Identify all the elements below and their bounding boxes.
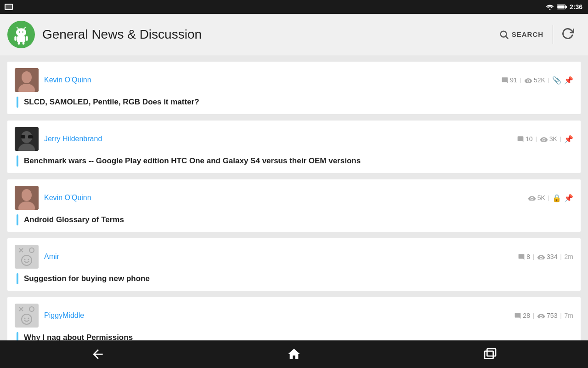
svg-rect-8 (17, 36, 25, 42)
view-count: 334 (537, 253, 557, 260)
pin-icon: 📌 (564, 194, 573, 202)
lock-icon: 🔒 (552, 194, 561, 202)
thread-accent (17, 155, 18, 167)
view-icon (524, 77, 532, 83)
svg-point-35 (28, 259, 29, 260)
svg-rect-12 (23, 41, 25, 44)
attach-icon: 📎 (552, 76, 561, 85)
svg-rect-10 (26, 36, 28, 40)
status-bar: 2:36 (0, 0, 588, 14)
home-icon (287, 347, 301, 362)
pin-icon: 📌 (564, 135, 573, 144)
comment-count: 28 (514, 312, 530, 319)
svg-point-5 (22, 31, 23, 33)
back-button[interactable] (72, 343, 124, 365)
android-icon (11, 24, 31, 45)
view-count: 3K (540, 135, 557, 143)
view-icon (537, 313, 545, 318)
svg-rect-2 (557, 5, 565, 8)
svg-line-14 (506, 36, 508, 39)
svg-line-7 (24, 27, 26, 29)
status-time: 2:36 (570, 3, 582, 11)
author-name: Kevin O'Quinn (44, 194, 528, 202)
thread-header: Amir 8 | 334 |2m (15, 245, 573, 269)
avatar (15, 127, 39, 151)
svg-rect-1 (565, 6, 567, 8)
status-icons-right: 2:36 (546, 3, 582, 11)
avatar (15, 245, 39, 269)
thread-card[interactable]: PiggyMiddle 28 | 753 |7m Why I n (7, 297, 581, 340)
refresh-icon (561, 27, 574, 40)
bottom-nav (0, 340, 588, 368)
thread-title-row: Suggestion for buying new phone (15, 273, 573, 284)
wifi-icon (546, 4, 554, 10)
thread-accent (17, 97, 18, 108)
comment-icon (514, 312, 521, 319)
pin-icon: 📌 (564, 76, 573, 85)
thread-title: Benchmark wars -- Google Play edition HT… (24, 156, 361, 166)
view-icon (537, 254, 545, 259)
thread-accent (17, 214, 18, 225)
view-icon (540, 136, 548, 142)
comment-count: 8 (518, 253, 530, 260)
comment-icon (501, 77, 509, 83)
svg-point-41 (24, 318, 26, 319)
thread-accent (17, 273, 18, 284)
svg-rect-11 (18, 41, 20, 44)
app-bar-actions: SEARCH (492, 23, 581, 45)
thread-card[interactable]: Amir 8 | 334 |2m Suggestion for (7, 238, 581, 291)
home-button[interactable] (268, 343, 320, 365)
thread-title: Why I nag about Permissions (24, 333, 133, 340)
svg-point-26 (22, 189, 32, 201)
time-ago: 7m (565, 312, 573, 319)
thread-card[interactable]: Kevin O'Quinn 91 | 52K |📎📌 SLC (7, 62, 581, 114)
toolbar-divider (553, 25, 553, 44)
view-count: 52K (524, 76, 545, 84)
author-name: Jerry Hildenbrand (44, 135, 517, 143)
thread-title: Suggestion for buying new phone (24, 274, 150, 283)
thread-title-row: Why I nag about Permissions (15, 332, 573, 340)
thread-header: Kevin O'Quinn 91 | 52K |📎📌 (15, 68, 573, 92)
search-label: SEARCH (512, 30, 543, 38)
thread-meta: 10 | 3K |📌 (517, 135, 573, 144)
author-name: Amir (44, 253, 518, 261)
thread-accent (17, 332, 18, 340)
thread-header: Kevin O'Quinn 5K |🔒📌 (15, 186, 573, 210)
svg-rect-22 (21, 135, 25, 138)
thread-title-row: Benchmark wars -- Google Play edition HT… (15, 155, 573, 167)
thread-meta: 28 | 753 |7m (514, 312, 573, 319)
page-title: General News & Discussion (42, 27, 492, 42)
search-button[interactable]: SEARCH (492, 26, 551, 43)
svg-point-34 (24, 259, 26, 260)
view-icon (528, 195, 536, 201)
app-logo (7, 21, 35, 48)
author-name: PiggyMiddle (44, 311, 514, 320)
avatar (15, 304, 39, 328)
recent-apps-button[interactable] (464, 343, 516, 365)
refresh-button[interactable] (555, 23, 581, 45)
svg-rect-44 (487, 349, 496, 356)
battery-icon (557, 4, 567, 10)
thread-title-row: Android Glossary of Terms (15, 214, 573, 225)
recent-apps-icon (483, 347, 498, 362)
thread-header: PiggyMiddle 28 | 753 |7m (15, 304, 573, 328)
screenshot-icon (5, 4, 13, 10)
comment-count: 91 (501, 76, 517, 84)
thread-title-row: SLCD, SAMOLED, Pentile, RGB Does it matt… (15, 97, 573, 108)
comment-icon (517, 136, 524, 142)
view-count: 753 (537, 312, 557, 319)
avatar (15, 186, 39, 210)
author-name: Kevin O'Quinn (44, 76, 501, 84)
svg-point-13 (500, 31, 506, 37)
thread-list: Kevin O'Quinn 91 | 52K |📎📌 SLC (0, 55, 588, 340)
comment-count: 10 (517, 135, 533, 143)
comment-icon (518, 253, 525, 260)
search-icon (499, 29, 509, 40)
thread-meta: 8 | 334 |2m (518, 253, 573, 260)
svg-point-3 (16, 28, 26, 36)
back-icon (90, 347, 105, 362)
thread-title: SLCD, SAMOLED, Pentile, RGB Does it matt… (24, 98, 199, 107)
thread-card[interactable]: Jerry Hildenbrand 10 | 3K |📌 Be (7, 121, 581, 173)
svg-point-16 (22, 71, 32, 83)
thread-card[interactable]: Kevin O'Quinn 5K |🔒📌 Android Glossary of… (7, 179, 581, 232)
